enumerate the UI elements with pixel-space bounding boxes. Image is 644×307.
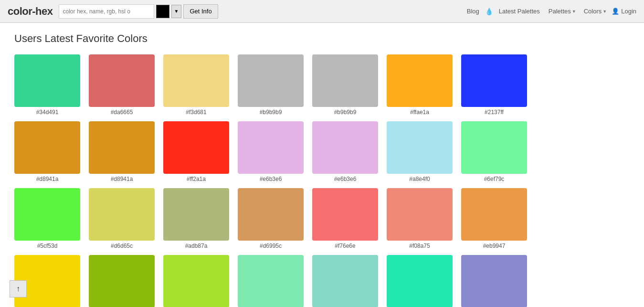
color-box <box>312 121 378 174</box>
color-item[interactable]: #d6995c <box>238 188 304 249</box>
water-drop-icon: 💧 <box>485 8 493 15</box>
color-box <box>312 255 378 307</box>
color-box <box>238 188 304 241</box>
color-box <box>312 54 378 107</box>
logo[interactable]: color-hex <box>8 5 53 18</box>
color-label: #d8941a <box>111 176 133 182</box>
color-box <box>163 54 229 107</box>
color-item[interactable]: #d8941a <box>14 121 80 182</box>
color-item[interactable]: #ffae1a <box>387 54 453 116</box>
person-icon: 👤 <box>612 8 619 15</box>
header: color-hex ▼ Get Info Blog 💧 Latest Palet… <box>0 0 644 23</box>
color-item[interactable]: #f08a75 <box>387 188 453 249</box>
color-item[interactable]: #f76e6e <box>312 188 378 249</box>
color-box <box>387 54 453 107</box>
color-label: #f08a75 <box>409 243 430 249</box>
color-label: #2137ff <box>485 109 504 116</box>
color-item[interactable]: #2137ff <box>461 54 527 116</box>
color-box <box>461 54 527 107</box>
color-label: #f76e6e <box>335 243 355 249</box>
color-box <box>312 188 378 241</box>
color-item[interactable]: #8888cc <box>461 255 527 307</box>
color-box <box>89 188 155 241</box>
color-label: #adb87a <box>185 243 208 249</box>
search-input[interactable] <box>59 4 154 19</box>
color-label: #ffae1a <box>410 109 429 116</box>
color-label: #5cf53d <box>37 243 58 249</box>
latest-palettes-link[interactable]: Latest Palettes <box>495 6 544 17</box>
color-label: #b9b9b9 <box>334 109 357 116</box>
color-label: #f3d681 <box>186 109 206 116</box>
color-dropdown-arrow[interactable]: ▼ <box>171 5 182 18</box>
color-item[interactable]: #a8e030 <box>163 255 229 307</box>
color-item[interactable]: #34d491 <box>14 54 80 116</box>
palettes-dropdown-arrow: ▼ <box>572 9 576 14</box>
color-label: #d8941a <box>36 176 59 182</box>
color-label: #eb9947 <box>483 243 506 249</box>
color-box <box>461 255 527 307</box>
palettes-label: Palettes <box>549 8 571 15</box>
color-item[interactable]: #b9b9b9 <box>312 54 378 116</box>
get-info-button[interactable]: Get Info <box>183 4 218 19</box>
colors-label: Colors <box>584 8 602 15</box>
color-item[interactable]: #d8941a <box>89 121 155 182</box>
color-item[interactable]: #d6d65c <box>89 188 155 249</box>
color-item[interactable]: #a8e4f0 <box>387 121 453 182</box>
color-item[interactable]: #7de8b0 <box>238 255 304 307</box>
search-area: ▼ Get Info <box>59 4 218 19</box>
color-item[interactable]: #88d8c8 <box>312 255 378 307</box>
palettes-dropdown[interactable]: Palettes ▼ <box>546 6 579 17</box>
login-area[interactable]: 👤 Login <box>612 8 636 15</box>
color-box <box>238 121 304 174</box>
color-item[interactable]: #e6b3e6 <box>312 121 378 182</box>
color-label: #ff2a1a <box>187 176 206 182</box>
scroll-top-button[interactable]: ↑ <box>10 280 27 297</box>
color-item[interactable]: #b9b9b9 <box>238 54 304 116</box>
blog-link[interactable]: Blog <box>463 6 483 17</box>
color-box <box>163 121 229 174</box>
color-item[interactable]: #5cf53d <box>14 188 80 249</box>
color-grid: #34d491#da6665#f3d681#b9b9b9#b9b9b9#ffae… <box>14 54 630 307</box>
color-item[interactable]: #ff2a1a <box>163 121 229 182</box>
color-item[interactable]: #6ef79c <box>461 121 527 182</box>
color-box <box>89 255 155 307</box>
color-box <box>461 188 527 241</box>
color-box <box>163 188 229 241</box>
colors-dropdown-arrow: ▼ <box>602 9 607 14</box>
login-label: Login <box>621 8 636 15</box>
color-item[interactable]: #22e8b0 <box>387 255 453 307</box>
color-box <box>387 121 453 174</box>
color-label: #d6995c <box>260 243 282 249</box>
color-item[interactable]: #f3d681 <box>163 54 229 116</box>
color-box <box>163 255 229 307</box>
color-label: #34d491 <box>36 109 59 116</box>
color-box <box>14 121 80 174</box>
color-swatch-button[interactable] <box>156 5 169 18</box>
color-label: #e6b3e6 <box>260 176 282 182</box>
color-box <box>89 54 155 107</box>
color-box <box>89 121 155 174</box>
color-item[interactable]: #adb87a <box>163 188 229 249</box>
color-box <box>14 54 80 107</box>
main-content: Users Latest Favorite Colors #34d491#da6… <box>0 23 644 307</box>
color-label: #d6d65c <box>111 243 133 249</box>
color-box <box>238 255 304 307</box>
color-item[interactable]: #8cba0a <box>89 255 155 307</box>
colors-dropdown[interactable]: Colors ▼ <box>581 6 610 17</box>
color-box <box>461 121 527 174</box>
color-box <box>387 255 453 307</box>
color-item[interactable]: #da6665 <box>89 54 155 116</box>
color-label: #da6665 <box>111 109 133 116</box>
color-label: #6ef79c <box>484 176 505 182</box>
color-box <box>238 54 304 107</box>
color-box <box>387 188 453 241</box>
color-label: #a8e4f0 <box>409 176 430 182</box>
color-box <box>14 188 80 241</box>
color-label: #b9b9b9 <box>260 109 282 116</box>
color-item[interactable]: #eb9947 <box>461 188 527 249</box>
page-title: Users Latest Favorite Colors <box>14 32 630 45</box>
nav-links: Blog 💧 Latest Palettes Palettes ▼ Colors… <box>463 6 636 17</box>
color-label: #e6b3e6 <box>334 176 357 182</box>
color-item[interactable]: #e6b3e6 <box>238 121 304 182</box>
